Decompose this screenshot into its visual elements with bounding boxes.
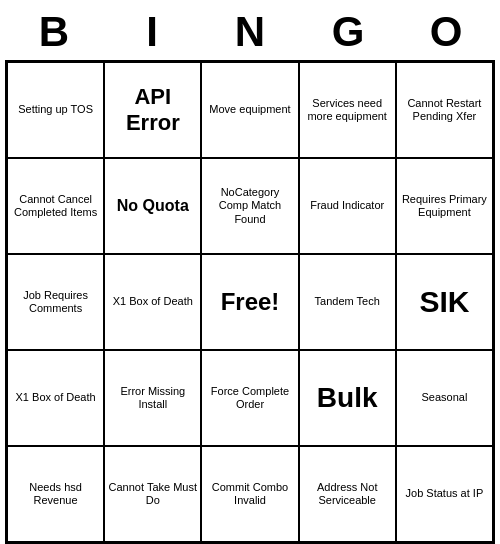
title-o: O — [406, 8, 486, 56]
title-n: N — [210, 8, 290, 56]
bingo-cell-13: Tandem Tech — [299, 254, 396, 350]
bingo-cell-2: Move equipment — [201, 62, 298, 158]
bingo-cell-0: Setting up TOS — [7, 62, 104, 158]
title-i: I — [112, 8, 192, 56]
bingo-cell-10: Job Requires Comments — [7, 254, 104, 350]
bingo-cell-9: Requires Primary Equipment — [396, 158, 493, 254]
bingo-cell-14: SIK — [396, 254, 493, 350]
bingo-cell-19: Seasonal — [396, 350, 493, 446]
title-b: B — [14, 8, 94, 56]
bingo-cell-20: Needs hsd Revenue — [7, 446, 104, 542]
bingo-grid: Setting up TOSAPI ErrorMove equipmentSer… — [5, 60, 495, 544]
bingo-cell-12: Free! — [201, 254, 298, 350]
bingo-cell-8: Fraud Indicator — [299, 158, 396, 254]
bingo-cell-24: Job Status at IP — [396, 446, 493, 542]
bingo-cell-11: X1 Box of Death — [104, 254, 201, 350]
bingo-cell-7: NoCategory Comp Match Found — [201, 158, 298, 254]
bingo-cell-21: Cannot Take Must Do — [104, 446, 201, 542]
bingo-cell-1: API Error — [104, 62, 201, 158]
bingo-cell-23: Address Not Serviceable — [299, 446, 396, 542]
bingo-cell-3: Services need more equipment — [299, 62, 396, 158]
bingo-cell-6: No Quota — [104, 158, 201, 254]
bingo-cell-22: Commit Combo Invalid — [201, 446, 298, 542]
bingo-cell-5: Cannot Cancel Completed Items — [7, 158, 104, 254]
bingo-cell-16: Error Missing Install — [104, 350, 201, 446]
bingo-cell-15: X1 Box of Death — [7, 350, 104, 446]
bingo-cell-17: Force Complete Order — [201, 350, 298, 446]
bingo-cell-18: Bulk — [299, 350, 396, 446]
bingo-title: B I N G O — [5, 0, 495, 60]
bingo-cell-4: Cannot Restart Pending Xfer — [396, 62, 493, 158]
title-g: G — [308, 8, 388, 56]
